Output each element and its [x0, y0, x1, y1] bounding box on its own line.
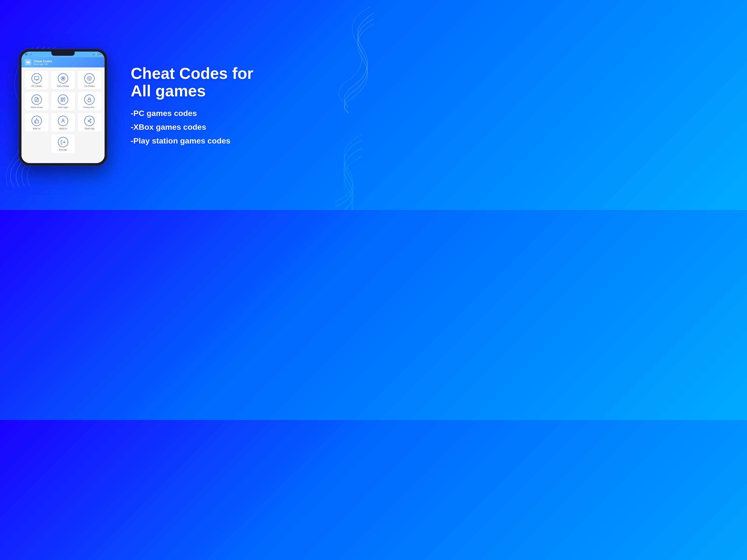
signal-icons: ▌▌ ⌂ ≋ [25, 53, 32, 55]
svg-point-14 [90, 119, 91, 120]
app-header-icon [25, 59, 31, 65]
menu-item-xbox-cheats[interactable]: Xbox Cheats [51, 70, 75, 89]
svg-rect-9 [63, 98, 65, 99]
about-us-label: About us [59, 127, 67, 130]
exit-app-icon [58, 137, 68, 147]
main-layout: ▌▌ ⌂ ≋ ☁ 🔋 9:07 Cheat Codes [0, 0, 374, 210]
text-section: Cheat Codes for All games -PC games code… [126, 64, 355, 145]
status-bar-right: ☁ 🔋 9:07 [93, 53, 101, 55]
feature-list: -PC games codes -XBox games codes -Play … [131, 109, 355, 145]
phone-outer-shell: ▌▌ ⌂ ≋ ☁ 🔋 9:07 Cheat Codes [19, 49, 107, 166]
rate-us-icon [31, 116, 42, 126]
svg-point-13 [88, 121, 89, 122]
menu-grid: PC Cheats Xbox Cheats [22, 68, 105, 156]
menu-item-pc-cheats[interactable]: PC Cheats [24, 70, 49, 89]
phone-screen: ▌▌ ⌂ ≋ ☁ 🔋 9:07 Cheat Codes [22, 52, 105, 163]
rate-us-label: Rate us [33, 127, 40, 130]
feature-ps: -Play station games codes [131, 136, 355, 145]
app-header-text: Cheat Codes Brain Apps Ville [34, 59, 52, 65]
exit-app-label: Exit App [59, 149, 67, 151]
svg-line-17 [89, 121, 90, 122]
privacy-label: Privacy Pol... [83, 106, 96, 109]
menu-item-privacy[interactable]: Privacy Pol... [77, 91, 102, 111]
ps-cheats-label: PS Cheats [84, 85, 95, 87]
xbox-cheats-label: Xbox Cheats [57, 85, 69, 87]
share-app-label: Share App [84, 127, 94, 130]
feature-pc: -PC games codes [131, 109, 355, 118]
svg-line-16 [89, 120, 90, 121]
app-subtitle: Brain Apps Ville [34, 63, 52, 65]
svg-rect-8 [61, 98, 62, 99]
feature-xbox: -XBox games codes [131, 123, 355, 132]
menu-item-more-apps[interactable]: More Apps [51, 91, 75, 111]
svg-rect-10 [61, 100, 62, 102]
menu-item-ps-cheats[interactable]: PS Cheats [77, 70, 102, 89]
svg-point-12 [62, 119, 64, 121]
terms-label: Terms of use [31, 106, 43, 109]
headline-line2: All games [131, 82, 206, 100]
more-apps-label: More Apps [58, 106, 68, 109]
headline-line1: Cheat Codes for [131, 64, 253, 82]
menu-item-exit-app[interactable]: Exit App [51, 134, 75, 153]
about-us-icon [58, 116, 68, 126]
xbox-cheats-icon [58, 73, 68, 83]
more-apps-icon [58, 95, 68, 105]
menu-item-about-us[interactable]: About us [51, 113, 75, 132]
app-header: Cheat Codes Brain Apps Ville [22, 57, 105, 68]
svg-point-5 [87, 77, 92, 80]
status-bar-left: ▌▌ ⌂ ≋ [25, 53, 32, 55]
svg-rect-11 [88, 99, 91, 102]
phone-notch [51, 52, 75, 56]
menu-item-rate-us[interactable]: Rate us [24, 113, 49, 132]
phone-bottom-area [22, 156, 105, 163]
battery-time-icons: ☁ 🔋 9:07 [93, 53, 101, 55]
app-title: Cheat Codes [34, 59, 52, 63]
phone-mockup: ▌▌ ⌂ ≋ ☁ 🔋 9:07 Cheat Codes [19, 49, 107, 166]
terms-icon [31, 95, 42, 105]
svg-rect-0 [34, 77, 38, 80]
main-headline: Cheat Codes for All games [131, 64, 355, 100]
pc-cheats-label: PC Cheats [31, 85, 42, 87]
privacy-icon [84, 95, 95, 105]
menu-item-terms[interactable]: Terms of use [24, 91, 49, 111]
ps-cheats-icon [84, 73, 95, 83]
pc-cheats-icon [31, 73, 42, 83]
menu-item-share-app[interactable]: Share App [77, 113, 102, 132]
share-app-icon [84, 116, 95, 126]
svg-point-15 [90, 122, 91, 123]
